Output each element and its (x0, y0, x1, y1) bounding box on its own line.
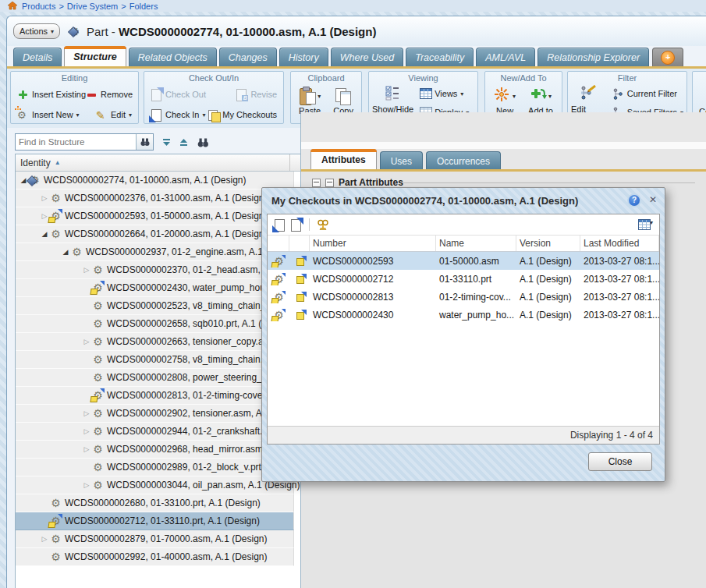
my-checkouts-icon (208, 109, 219, 121)
tab-relationship-explorer[interactable]: Relationship Explorer (537, 48, 649, 67)
expander-icon[interactable]: ▷ (82, 266, 91, 274)
tab-attributes[interactable]: Attributes (310, 149, 377, 170)
toolbar-button-edit[interactable]: ✎Edit▾ (96, 109, 132, 121)
checkout-row-WCDS0000002813[interactable]: ⚙WCDS000000281301-2-timing-cov...A.1 (De… (268, 288, 659, 306)
tree-row-WCDS0000002758[interactable]: ⚙WCDS0000002758, v8_timing_chain.prt, A.… (16, 351, 294, 369)
toolbar-button-label: Insert New (32, 110, 73, 119)
tree-row-WCDS0000002664[interactable]: ◢⚙WCDS0000002664, 01-20000.asm, A.1 (Des… (16, 225, 294, 243)
name-column-header[interactable]: Name (436, 236, 516, 251)
tree-row-WCDS0000002658[interactable]: ⚙WCDS0000002658, sqb010.prt, A.1 (Design… (16, 315, 294, 333)
dialog-view-button[interactable]: ▾ (638, 219, 653, 231)
tree-row-WCDS0000002593[interactable]: ▷⚙WCDS0000002593, 01-50000.asm, A.1 (Des… (16, 207, 294, 225)
checked-out-part-icon: ⚙ (272, 291, 286, 303)
dialog-check-in-button[interactable] (274, 219, 286, 231)
expander-icon[interactable]: ▷ (40, 194, 49, 202)
collapse-all-icon[interactable] (325, 179, 334, 187)
expander-icon[interactable]: ▷ (40, 535, 49, 543)
tree-row-WCDS0000002523[interactable]: ⚙WCDS0000002523, v8_timing_chain_copy.pr… (16, 297, 294, 315)
dialog-compare-button[interactable] (317, 219, 328, 231)
toolbar-button-my-checkouts[interactable]: My Checkouts (208, 109, 277, 121)
toolbar-button-check-out[interactable]: Check Out (151, 89, 206, 101)
gear-glyph: ⚙ (93, 264, 103, 276)
tab-where-used[interactable]: Where Used (331, 48, 403, 67)
find-search-button[interactable] (136, 134, 153, 150)
tree-row-WCDS0000002813[interactable]: ⚙WCDS0000002813, 01-2-timing-cover.prt, … (16, 387, 294, 405)
expander-icon[interactable]: ◢ (61, 248, 70, 256)
breadcrumb-separator: > (121, 2, 126, 11)
tree-row-WCDS0000002370[interactable]: ▷⚙WCDS0000002370, 01-2_head.asm, A.1 (De… (16, 261, 294, 279)
tab-uses[interactable]: Uses (380, 151, 423, 170)
last-modified-column-header[interactable]: Last Modified (580, 236, 659, 251)
find-all-icon[interactable] (197, 137, 210, 147)
tab-occurrences[interactable]: Occurrences (426, 151, 501, 170)
collapse-section-icon[interactable] (312, 179, 321, 187)
tree-row-WCDS0000002937[interactable]: ◢⚙WCDS0000002937, 01-2_engine.asm, A.1 (… (16, 243, 294, 261)
number-column-header[interactable]: Number (310, 236, 436, 251)
page-title-prefix: Part - (87, 25, 119, 38)
expander-icon[interactable]: ▷ (82, 409, 91, 417)
identity-column-header[interactable]: Identity ▲ (16, 154, 290, 171)
expander-icon[interactable]: ▷ (82, 481, 91, 489)
new-burst-icon (494, 87, 511, 105)
tree-row-WCDS0000002944[interactable]: ▷⚙WCDS0000002944, 01-2_crankshaft.asm, A… (16, 423, 294, 441)
toolbar-button-add-to[interactable]: ▾Add to (528, 86, 553, 115)
dialog-close-icon[interactable]: ✕ (649, 194, 657, 205)
close-button[interactable]: Close (588, 452, 652, 471)
tree-row-WCDS0000002992[interactable]: ⚙WCDS0000002992, 01-40000.asm, A.1 (Desi… (16, 548, 294, 566)
tab-structure[interactable]: Structure (64, 46, 126, 67)
expander-icon[interactable]: ◢ (40, 230, 49, 238)
status-icon-column-header[interactable] (289, 236, 310, 251)
expander-icon[interactable]: ▷ (82, 427, 91, 435)
tab-related-objects[interactable]: Related Objects (129, 48, 217, 67)
tree-row-WCDS0000002376[interactable]: ▷⚙WCDS0000002376, 01-31000.asm, A.1 (Des… (16, 190, 294, 207)
previous-match-icon[interactable] (179, 138, 188, 147)
new-tab-button[interactable]: + (652, 48, 683, 67)
tree-row-WCDS0000002808[interactable]: ⚙WCDS0000002808, power_steering_pump.prt… (16, 369, 294, 387)
tree-row-WCDS0000002663[interactable]: ▷⚙WCDS0000002663, tensioner_copy.asm, A.… (16, 333, 294, 351)
tree-row-WCDS0000002680[interactable]: ⚙WCDS0000002680, 01-33100.prt, A.1 (Desi… (16, 494, 294, 512)
toolbar-button-insert-existing[interactable]: Insert Existing (17, 89, 86, 101)
home-icon[interactable] (8, 2, 17, 10)
tree-row-WCDS0000002989[interactable]: ⚙WCDS0000002989, 01-2_block_v.prt, A.1 (… (16, 459, 294, 476)
tree-row-WCDS0000002774[interactable]: ◢⚙WCDS0000002774, 01-10000.asm, A.1 (Des… (16, 172, 294, 190)
next-match-icon[interactable] (162, 138, 171, 147)
breadcrumb-link-drive-system[interactable]: Drive System (67, 2, 118, 11)
checked-out-part-icon: ⚙ (268, 255, 289, 267)
tab-label: Structure (73, 51, 117, 62)
toolbar-button-remove[interactable]: Remove (86, 89, 133, 101)
breadcrumb-link-folders[interactable]: Folders (129, 2, 158, 11)
expander-icon[interactable]: ▷ (82, 445, 91, 453)
tab-changes[interactable]: Changes (219, 48, 277, 67)
tree-row-WCDS0000002430[interactable]: ⚙WCDS0000002430, water_pump_housing.prt,… (16, 279, 294, 297)
actions-button[interactable]: Actions ▾ (13, 23, 60, 39)
dialog-title-bar[interactable]: My Checkouts in WCDS0000002774, 01-10000… (262, 188, 665, 214)
tree-row-WCDS0000002902[interactable]: ▷⚙WCDS0000002902, tensioner.asm, A.1 (De… (16, 405, 294, 423)
tree-row-WCDS0000002968[interactable]: ▷⚙WCDS0000002968, head_mirror.asm, A.1 (… (16, 441, 294, 459)
checkout-row-WCDS0000002430[interactable]: ⚙WCDS0000002430water_pump_ho...A.1 (Desi… (268, 306, 659, 324)
type-icon-column-header[interactable] (268, 236, 289, 251)
checkout-row-WCDS0000002593[interactable]: ⚙WCDS000000259301-50000.asmA.1 (Design)2… (268, 252, 659, 270)
find-in-structure-input[interactable] (16, 134, 136, 150)
expander-icon[interactable]: ▷ (82, 338, 91, 345)
version-column-header[interactable]: Version (516, 236, 580, 251)
toolbar-button-revise[interactable]: BRevise (236, 89, 277, 101)
toolbar-button-copy[interactable]: Copy (333, 86, 353, 115)
toolbar-button-current-filter[interactable]: Current Filter (612, 88, 677, 100)
tree-row-WCDS0000002879[interactable]: ▷⚙WCDS0000002879, 01-70000.asm, A.1 (Des… (16, 530, 294, 548)
tab-details[interactable]: Details (13, 48, 62, 67)
tree-row-WCDS0000003044[interactable]: ▷⚙WCDS0000003044, oil_pan.asm, A.1 (Desi… (16, 476, 294, 494)
toolbar-button-insert-new[interactable]: ⚙Insert New▾ (17, 109, 80, 121)
toolbar-button-new[interactable]: ▾New (494, 86, 516, 115)
tab-traceability[interactable]: Traceability (406, 48, 474, 67)
toolbar-button-views[interactable]: Views▾ (420, 88, 463, 100)
toolbar-button-paste[interactable]: ▾Paste (299, 86, 321, 115)
tab-aml-avl[interactable]: AML/AVL (476, 48, 535, 67)
checkout-row-WCDS0000002712[interactable]: ⚙WCDS000000271201-33110.prtA.1 (Design)2… (268, 270, 659, 288)
breadcrumb-link-products[interactable]: Products (22, 2, 55, 11)
tree-row-WCDS0000002712[interactable]: ⚙WCDS0000002712, 01-33110.prt, A.1 (Desi… (16, 512, 294, 530)
dialog-check-out-button[interactable] (290, 219, 302, 231)
tab-history[interactable]: History (279, 48, 328, 67)
toolbar-button-label: My Checkouts (222, 110, 277, 119)
help-icon[interactable]: ? (629, 195, 640, 206)
toolbar-button-check-in[interactable]: Check In▾ (151, 109, 205, 121)
